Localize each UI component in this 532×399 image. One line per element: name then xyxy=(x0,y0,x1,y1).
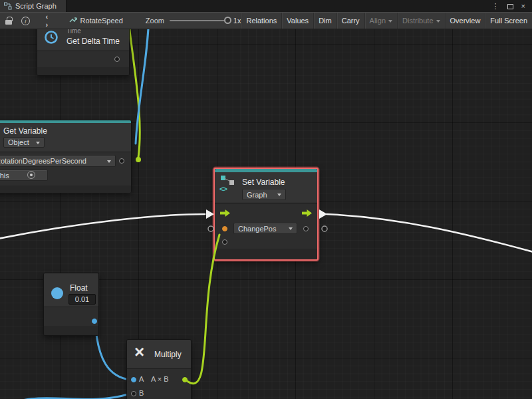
node-title: Float xyxy=(70,283,88,293)
wire-blue-bottom-left[interactable] xyxy=(0,394,130,399)
overview-button[interactable]: Overview xyxy=(445,13,485,29)
node-footer xyxy=(37,67,129,75)
dim-button[interactable]: Dim xyxy=(313,13,336,29)
toolbar-buttons: Relations Values Dim Carry Align Distrib… xyxy=(241,13,532,29)
extra-input-port[interactable] xyxy=(222,239,227,245)
value-output-port[interactable] xyxy=(303,226,309,231)
caret-down-icon xyxy=(436,20,440,25)
node-set-variable[interactable]: <> Set Variable Graph ChangePos xyxy=(213,168,319,261)
node-footer xyxy=(0,186,131,193)
set-variable-icon-node xyxy=(229,180,234,185)
time-icon xyxy=(44,30,59,47)
code-preview-icon[interactable]: ‹ › xyxy=(46,13,55,29)
graph-canvas[interactable]: Time Get Delta Time Get Variable Object … xyxy=(0,29,532,399)
zoom-slider[interactable] xyxy=(170,17,229,25)
input-b-port[interactable] xyxy=(131,391,136,396)
fullscreen-button[interactable]: Full Screen xyxy=(485,13,532,29)
zoom-slider-handle[interactable] xyxy=(224,17,231,24)
caret-down-icon xyxy=(36,142,40,146)
node-body xyxy=(44,307,98,326)
node-body xyxy=(127,369,191,399)
relations-button[interactable]: Relations xyxy=(241,13,281,29)
values-button[interactable]: Values xyxy=(281,13,313,29)
zoom-label: Zoom xyxy=(146,17,164,25)
unconnected-stub-left[interactable] xyxy=(208,226,213,231)
node-multiply[interactable]: × Multiply A A × B B xyxy=(126,339,192,399)
float-value-field[interactable]: 0.01 xyxy=(68,294,96,305)
script-graph-icon xyxy=(4,2,12,10)
wire-blue-top[interactable] xyxy=(136,29,149,144)
unity-visual-scripting-window: Script Graph ⋮ × i ‹ › RotateSpeed Zoom … xyxy=(0,0,532,399)
graph-toolbar: i ‹ › RotateSpeed Zoom 1x Relations Valu… xyxy=(0,12,532,29)
input-b-label: B xyxy=(139,389,144,397)
zoom-slider-track xyxy=(170,20,229,21)
flow-arrowhead-right xyxy=(319,209,327,219)
variable-name-dropdown[interactable]: RotationDegreesPerSecond xyxy=(0,155,116,167)
graph-name-label: RotateSpeed xyxy=(80,17,123,25)
tab-script-graph[interactable]: Script Graph xyxy=(0,0,66,12)
input-a-port[interactable] xyxy=(131,377,136,382)
distribute-button[interactable]: Distribute xyxy=(397,13,444,29)
maximize-icon[interactable] xyxy=(505,0,516,12)
wire-white-right[interactable] xyxy=(327,214,532,253)
graph-brackets-icon: <> xyxy=(219,185,227,193)
carry-button[interactable]: Carry xyxy=(336,13,364,29)
info-icon[interactable]: i xyxy=(21,17,30,25)
kebab-menu-icon[interactable]: ⋮ xyxy=(489,0,502,12)
window-controls: ⋮ × xyxy=(489,0,532,12)
value-output-port[interactable] xyxy=(92,319,97,324)
value-output-port[interactable] xyxy=(119,158,124,164)
node-title: Multiply xyxy=(154,350,182,359)
caret-down-icon xyxy=(107,160,111,165)
node-float-literal[interactable]: Float 0.01 xyxy=(43,273,99,336)
result-output-port[interactable] xyxy=(182,377,188,382)
tab-bar: Script Graph ⋮ × xyxy=(0,0,532,12)
node-title: Get Variable xyxy=(3,126,47,136)
script-machine-icon xyxy=(69,17,77,25)
node-get-variable[interactable]: Get Variable Object RotationDegreesPerSe… xyxy=(0,120,132,193)
wire-white-left[interactable] xyxy=(0,214,205,239)
lock-icon[interactable] xyxy=(5,20,12,25)
zoom-value: 1x xyxy=(233,17,241,25)
variable-kind-dropdown[interactable]: Object xyxy=(3,137,45,148)
output-label: A × B xyxy=(151,375,169,383)
variable-name-dropdown[interactable]: ChangePos xyxy=(233,223,297,234)
output-port[interactable] xyxy=(114,57,120,62)
align-button[interactable]: Align xyxy=(364,13,397,29)
variable-kind-dropdown[interactable]: Graph xyxy=(242,189,286,200)
input-a-label: A xyxy=(139,375,144,383)
object-picker-icon[interactable] xyxy=(27,171,35,179)
node-get-delta-time[interactable]: Time Get Delta Time xyxy=(37,29,130,76)
node-title: Get Delta Time xyxy=(66,37,120,46)
float-icon xyxy=(51,287,63,299)
unconnected-stub-right[interactable] xyxy=(322,226,327,231)
wire-blue-float-to-multiply[interactable] xyxy=(95,323,130,380)
node-footer xyxy=(215,249,317,259)
caret-down-icon xyxy=(388,20,392,25)
caret-down-icon xyxy=(277,194,281,198)
target-object-field[interactable]: This xyxy=(0,170,48,181)
close-icon[interactable]: × xyxy=(519,0,528,12)
node-title: Set Variable xyxy=(242,178,285,187)
tab-title: Script Graph xyxy=(15,2,57,10)
node-kind-label: Time xyxy=(66,29,81,35)
variable-value-input-port[interactable] xyxy=(222,226,227,231)
node-footer xyxy=(44,326,98,335)
wire-green-endpoint xyxy=(136,157,141,162)
multiply-icon: × xyxy=(134,342,144,362)
caret-down-icon xyxy=(289,227,293,232)
